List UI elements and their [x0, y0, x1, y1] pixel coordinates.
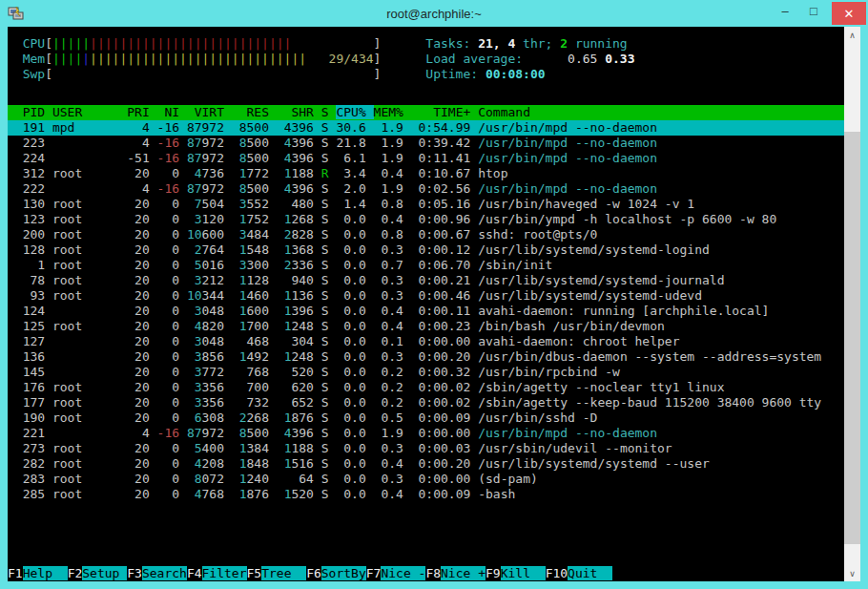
- cpu-meter: CPU[|||||||||||||||||||||||||||||||| ] T…: [8, 36, 844, 52]
- fkey-f10[interactable]: F10Quit: [546, 566, 612, 580]
- process-row-285[interactable]: 285 root 20 0 4768 1876 1520 S 0.0 0.4 0…: [8, 487, 844, 502]
- title-bar[interactable]: root@archphile:~ – □ ✕: [0, 0, 868, 27]
- scroll-down-icon[interactable]: ∨: [844, 565, 860, 581]
- putty-window: root@archphile:~ – □ ✕ CPU[|||||||||||||…: [0, 0, 868, 589]
- swp-meter: Swp[ ] Uptime: 00:08:00: [8, 67, 844, 82]
- fkey-f7[interactable]: F7Nice -: [366, 566, 426, 580]
- process-row-130[interactable]: 130 root 20 0 7504 3552 480 S 1.4 0.8 0:…: [8, 197, 844, 212]
- process-row-282[interactable]: 282 root 20 0 4208 1848 1516 S 0.0 0.4 0…: [8, 456, 844, 472]
- scrollbar-thumb[interactable]: [844, 132, 860, 544]
- process-row-136[interactable]: 136 20 0 3856 1492 1248 S 0.0 0.3 0:00.2…: [8, 349, 844, 365]
- meters-summary-area: CPU[|||||||||||||||||||||||||||||||| ] T…: [8, 27, 844, 82]
- process-row-128[interactable]: 128 root 20 0 2764 1548 1368 S 0.0 0.3 0…: [8, 242, 844, 258]
- process-row-223[interactable]: 223 4 -16 87972 8500 4396 S 21.8 1.9 0:3…: [8, 136, 844, 151]
- mem-meter: Mem[|||||||||||||||||||||||||||||||||| 2…: [8, 52, 844, 67]
- fkey-f3[interactable]: F3Search: [127, 566, 187, 580]
- process-row-190[interactable]: 190 root 20 0 6308 2268 1876 S 0.0 0.5 0…: [8, 410, 844, 426]
- process-row-125[interactable]: 125 root 20 0 4820 1700 1248 S 0.0 0.4 0…: [8, 319, 844, 334]
- close-button[interactable]: ✕: [832, 2, 866, 25]
- process-row-200[interactable]: 200 root 20 0 10600 3484 2828 S 0.0 0.8 …: [8, 227, 844, 242]
- process-row-145[interactable]: 145 20 0 3772 768 520 S 0.0 0.2 0:00.32 …: [8, 365, 844, 380]
- fkey-f6[interactable]: F6SortBy: [306, 566, 366, 580]
- fkey-f8[interactable]: F8Nice +: [425, 566, 486, 580]
- process-row-312[interactable]: 312 root 20 0 4736 1772 1188 R 3.4 0.4 0…: [8, 166, 844, 181]
- process-row-93[interactable]: 93 root 20 0 10344 1460 1136 S 0.0 0.3 0…: [8, 288, 844, 304]
- scrollbar[interactable]: ∧ ∨: [844, 27, 860, 581]
- scrollbar-track[interactable]: [844, 43, 860, 565]
- fkey-f9[interactable]: F9Kill: [486, 566, 546, 580]
- function-key-bar: F1Help F2Setup F3SearchF4FilterF5Tree F6…: [8, 566, 844, 581]
- process-row-273[interactable]: 273 root 20 0 5400 1384 1188 S 0.0 0.3 0…: [8, 441, 844, 456]
- fkey-f1[interactable]: F1Help: [8, 566, 68, 580]
- process-row-127[interactable]: 127 20 0 3048 468 304 S 0.0 0.1 0:00.00 …: [8, 334, 844, 349]
- terminal-screen[interactable]: CPU[|||||||||||||||||||||||||||||||| ] T…: [8, 27, 844, 581]
- scroll-up-icon[interactable]: ∧: [844, 27, 860, 43]
- fkey-f2[interactable]: F2Setup: [68, 566, 128, 580]
- process-row-222[interactable]: 222 4 -16 87972 8500 4396 S 2.0 1.9 0:02…: [8, 181, 844, 197]
- process-row-221[interactable]: 221 4 -16 87972 8500 4396 S 0.0 1.9 0:00…: [8, 426, 844, 441]
- process-row-124[interactable]: 124 20 0 3048 1600 1396 S 0.0 0.4 0:00.1…: [8, 304, 844, 319]
- process-table-header[interactable]: PID USER PRI NI VIRT RES SHR S CPU% MEM%…: [8, 105, 844, 120]
- process-row-177[interactable]: 177 root 20 0 3356 732 652 S 0.0 0.2 0:0…: [8, 395, 844, 410]
- process-row-1[interactable]: 1 root 20 0 5016 3300 2336 S 0.0 0.7 0:0…: [8, 258, 844, 273]
- process-table: 191 mpd 4 -16 87972 8500 4396 S 30.6 1.9…: [8, 120, 844, 502]
- process-row-176[interactable]: 176 root 20 0 3356 700 620 S 0.0 0.2 0:0…: [8, 380, 844, 395]
- maximize-button[interactable]: □: [799, 0, 828, 21]
- process-row-123[interactable]: 123 root 20 0 3120 1752 1268 S 0.0 0.4 0…: [8, 212, 844, 227]
- fkey-f5[interactable]: F5Tree: [247, 566, 307, 580]
- window-title: root@archphile:~: [0, 7, 868, 21]
- process-row-224[interactable]: 224 -51 -16 87972 8500 4396 S 6.1 1.9 0:…: [8, 151, 844, 166]
- process-row-191[interactable]: 191 mpd 4 -16 87972 8500 4396 S 30.6 1.9…: [8, 120, 844, 136]
- minimize-button[interactable]: –: [771, 0, 799, 21]
- process-row-78[interactable]: 78 root 20 0 3212 1128 940 S 0.0 0.3 0:0…: [8, 273, 844, 288]
- fkey-f4[interactable]: F4Filter: [187, 566, 247, 580]
- process-row-283[interactable]: 283 root 20 0 8072 1240 64 S 0.0 0.3 0:0…: [8, 472, 844, 487]
